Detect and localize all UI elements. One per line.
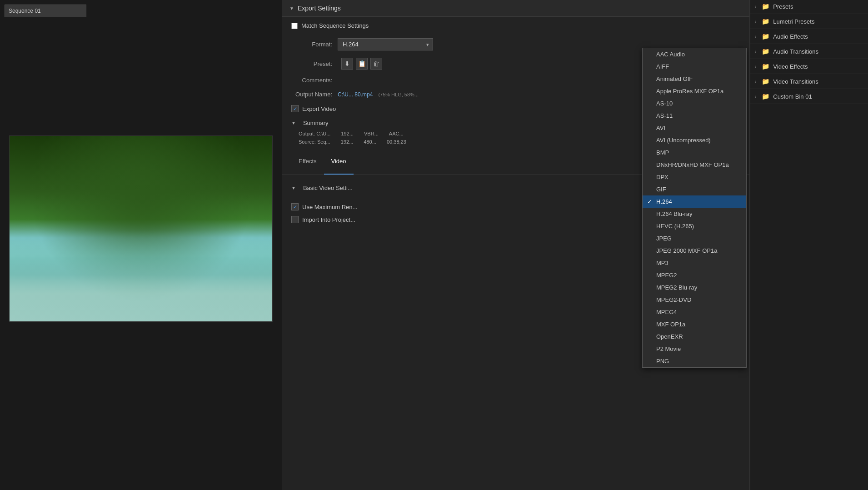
format-dropdown-menu: AAC AudioAIFFAnimated GIFApple ProRes MX… xyxy=(642,48,747,368)
expand-arrow-icon: › xyxy=(755,79,756,84)
output-detail: (75% HLG, 58%... xyxy=(378,92,419,97)
dropdown-option[interactable]: AS-10 xyxy=(643,97,746,110)
dropdown-option[interactable]: AIFF xyxy=(643,60,746,73)
divider xyxy=(750,14,868,14)
right-panel-item-lumetri-presets[interactable]: › 📁 Lumetri Presets xyxy=(750,15,868,28)
dropdown-option[interactable]: MXF OP1a xyxy=(643,318,746,330)
dropdown-option[interactable]: MP3 xyxy=(643,257,746,269)
folder-icon: 📁 xyxy=(762,3,769,10)
dropdown-option[interactable]: JPEG 2000 MXF OP1a xyxy=(643,245,746,257)
export-video-checkbox[interactable]: ✓ xyxy=(291,105,299,112)
use-max-render-checkbox[interactable]: ✓ xyxy=(291,203,299,210)
basic-video-collapse-icon: ▼ xyxy=(291,185,296,190)
comments-label: Comments: xyxy=(291,77,332,84)
basic-video-label: Basic Video Setti... xyxy=(303,185,353,191)
tab-effects[interactable]: Effects xyxy=(291,154,324,175)
right-panel-item-presets[interactable]: › 📁 Presets xyxy=(750,0,868,13)
expand-arrow-icon: › xyxy=(755,94,756,99)
divider xyxy=(750,74,868,74)
dropdown-option[interactable]: P2 Movie xyxy=(643,343,746,355)
summary-collapse-icon: ▼ xyxy=(291,120,296,125)
dropdown-option[interactable]: BMP xyxy=(643,146,746,159)
dropdown-option[interactable]: DNxHR/DNxHD MXF OP1a xyxy=(643,159,746,171)
export-video-label: Export Video xyxy=(302,105,336,112)
preset-save-button[interactable]: ⬇ xyxy=(341,58,353,70)
dropdown-option[interactable]: H.264 xyxy=(643,195,746,208)
folder-icon: 📁 xyxy=(762,78,769,85)
import-project-label: Import Into Project... xyxy=(302,216,355,223)
dropdown-option[interactable]: AAC Audio xyxy=(643,48,746,60)
right-panel-item-label: Video Transitions xyxy=(773,78,818,85)
match-sequence-label: Match Sequence Settings xyxy=(301,22,369,29)
tab-video[interactable]: Video xyxy=(324,154,354,175)
right-panel-item-label: Custom Bin 01 xyxy=(773,93,812,100)
expand-arrow-icon: › xyxy=(755,34,756,39)
preset-actions: ⬇ 📋 🗑 xyxy=(341,58,382,70)
sequence-dropdown-bar: Sequence 01 xyxy=(5,5,277,17)
divider xyxy=(750,44,868,44)
expand-arrow-icon: › xyxy=(755,64,756,69)
right-panel-item-audio-effects[interactable]: › 📁 Audio Effects xyxy=(750,30,868,43)
expand-arrow-icon: › xyxy=(755,19,756,24)
dropdown-option[interactable]: OpenEXR xyxy=(643,330,746,343)
dropdown-option[interactable]: AVI xyxy=(643,122,746,134)
dropdown-option[interactable]: AVI (Uncompressed) xyxy=(643,134,746,146)
output-path[interactable]: C:\U... 80.mp4 xyxy=(338,91,373,98)
preset-load-button[interactable]: 📋 xyxy=(356,58,368,70)
checkmark-icon: ✓ xyxy=(293,106,297,112)
dropdown-option[interactable]: MPEG2 xyxy=(643,269,746,281)
collapse-arrow-icon: ▼ xyxy=(289,6,294,11)
format-dropdown-button[interactable]: H.264 xyxy=(338,38,433,50)
dropdown-option[interactable]: GIF xyxy=(643,183,746,195)
output-name-label: Output Name: xyxy=(291,91,332,98)
format-label: Format: xyxy=(291,41,332,48)
folder-icon: 📁 xyxy=(762,18,769,25)
summary-title: Summary xyxy=(303,120,329,126)
folder-icon: 📁 xyxy=(762,33,769,40)
preset-label: Preset: xyxy=(291,60,332,67)
divider xyxy=(750,104,868,104)
right-panel-item-audio-transitions[interactable]: › 📁 Audio Transitions xyxy=(750,45,868,58)
use-max-render-label: Use Maximum Ren... xyxy=(302,204,357,210)
divider xyxy=(750,29,868,29)
right-panel: › 📁 Presets › 📁 Lumetri Presets › 📁 Audi… xyxy=(750,0,868,490)
right-panel-item-label: Lumetri Presets xyxy=(773,18,814,25)
export-settings-title: Export Settings xyxy=(298,5,341,12)
preview-image xyxy=(9,135,273,322)
preset-delete-button[interactable]: 🗑 xyxy=(370,58,382,70)
expand-arrow-icon: › xyxy=(755,49,756,54)
dropdown-option[interactable]: MPEG2 Blu-ray xyxy=(643,281,746,294)
dropdown-option[interactable]: PNG xyxy=(643,355,746,367)
dropdown-option[interactable]: HEVC (H.265) xyxy=(643,220,746,232)
folder-icon: 📁 xyxy=(762,63,769,70)
center-panel: ▼ Export Settings Match Sequence Setting… xyxy=(282,0,750,490)
folder-icon: 📁 xyxy=(762,93,769,100)
right-panel-item-video-effects[interactable]: › 📁 Video Effects xyxy=(750,60,868,73)
left-panel: Sequence 01 xyxy=(0,0,282,490)
divider xyxy=(750,89,868,89)
right-panel-item-label: Presets xyxy=(773,3,793,10)
right-panel-item-video-transitions[interactable]: › 📁 Video Transitions xyxy=(750,75,868,88)
dropdown-option[interactable]: MPEG2-DVD xyxy=(643,294,746,306)
folder-icon: 📁 xyxy=(762,48,769,55)
dropdown-option[interactable]: Animated GIF xyxy=(643,73,746,85)
export-settings-header: ▼ Export Settings xyxy=(282,0,749,17)
dropdown-option[interactable]: DPX xyxy=(643,171,746,183)
right-panel-item-label: Audio Transitions xyxy=(773,48,818,55)
sequence-dropdown[interactable]: Sequence 01 xyxy=(5,5,86,17)
divider xyxy=(750,59,868,59)
dropdown-option[interactable]: MPEG4 xyxy=(643,306,746,318)
right-panel-item-label: Audio Effects xyxy=(773,33,808,40)
dropdown-option[interactable]: JPEG xyxy=(643,232,746,245)
expand-arrow-icon: › xyxy=(755,4,756,9)
dropdown-option[interactable]: AS-11 xyxy=(643,110,746,122)
import-project-checkbox[interactable] xyxy=(291,216,299,223)
dropdown-option[interactable]: H.264 Blu-ray xyxy=(643,208,746,220)
match-sequence-checkbox[interactable] xyxy=(291,23,298,29)
dropdown-option[interactable]: Apple ProRes MXF OP1a xyxy=(643,85,746,97)
right-panel-item-label: Video Effects xyxy=(773,63,808,70)
match-sequence-row: Match Sequence Settings xyxy=(282,17,749,35)
right-panel-item-custom-bin-01[interactable]: › 📁 Custom Bin 01 xyxy=(750,90,868,103)
